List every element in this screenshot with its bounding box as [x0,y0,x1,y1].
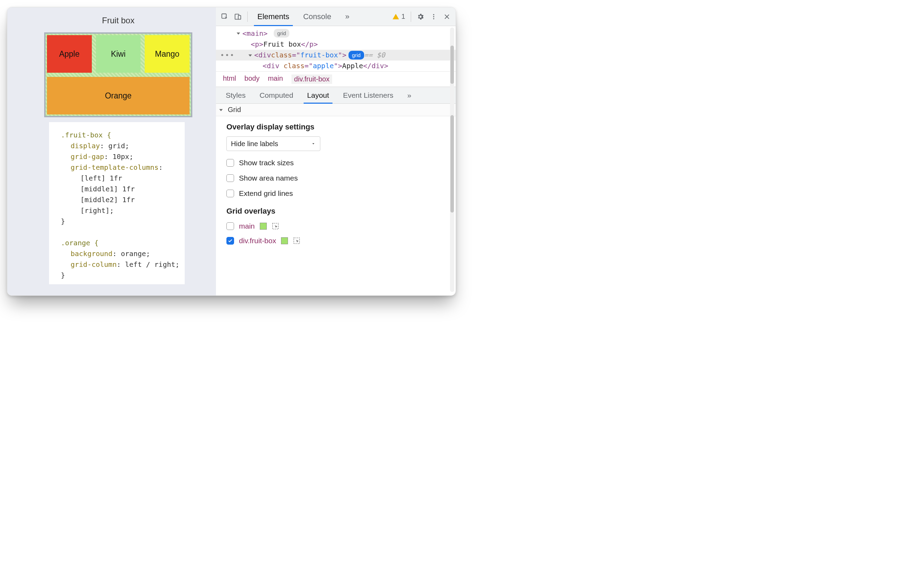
checkbox-extend-lines[interactable]: Extend grid lines [226,189,445,198]
caret-icon[interactable] [237,33,240,35]
tabs-overflow[interactable]: » [339,7,355,26]
caret-icon[interactable] [219,109,223,111]
scroll-thumb[interactable] [451,115,454,212]
chevron-down-icon [311,141,316,146]
fruit-box[interactable]: Apple Kiwi Mango Orange [44,32,192,117]
tab-console[interactable]: Console [297,7,338,26]
css-value: : 10px; [104,152,133,161]
breadcrumb-item[interactable]: div.fruit-box [291,74,332,84]
css-brace: } [61,217,65,225]
scrollbar[interactable] [450,115,454,292]
css-brace: } [61,271,65,279]
section-title: Grid [228,106,241,114]
grid-overlay-row[interactable]: main [226,222,445,230]
tab-event-listeners[interactable]: Event Listeners [336,87,400,103]
dom-attr-value: fruit-box [300,50,338,60]
dom-node-p[interactable]: <p>Fruit box</p> [216,39,456,50]
dom-text: Apple [342,62,363,70]
css-selector: .fruit-box { [61,131,111,139]
svg-point-3 [433,14,434,15]
css-prop: background [71,249,112,258]
css-value: : grid; [100,142,129,150]
devtools-toolbar: Elements Console » 1 [216,7,456,26]
grid-overlay-row[interactable]: div.fruit-box [226,237,445,245]
rendered-page-pane: Fruit box Apple Kiwi Mango Orange .fruit… [7,7,216,296]
page-title: Fruit box [38,15,198,25]
warnings-badge[interactable]: 1 [392,12,405,20]
cell-mango[interactable]: Mango [145,35,189,73]
highlight-icon[interactable] [293,237,300,245]
highlight-icon[interactable] [272,222,279,230]
dom-attr: class [283,62,304,70]
dom-attr: class [271,50,292,60]
checkbox-icon[interactable] [226,174,234,182]
css-value: [middle2] 1fr [61,194,181,205]
close-icon[interactable] [441,11,453,23]
tab-layout[interactable]: Layout [300,87,336,103]
checkbox-icon[interactable] [226,159,234,167]
checkbox-track-sizes[interactable]: Show track sizes [226,159,445,167]
line-labels-select[interactable]: Hide line labels [226,136,320,151]
checkbox-icon[interactable] [226,222,234,230]
css-prop: grid-gap [71,152,104,161]
css-selector: .orange { [61,239,98,247]
svg-rect-2 [238,15,241,19]
kebab-icon[interactable] [428,11,440,23]
css-value: : orange; [112,249,150,258]
css-code-block: .fruit-box { display: grid; grid-gap: 10… [49,122,185,284]
color-swatch[interactable] [260,223,267,229]
ellipsis-icon[interactable]: ••• [220,50,235,60]
overlay-name: div.fruit-box [239,237,276,245]
overlay-name: main [239,222,255,230]
layout-panel: Overlay display settings Hide line label… [216,116,456,296]
grid-overlays-title: Grid overlays [226,207,445,216]
breadcrumb-item[interactable]: main [268,74,283,84]
css-prop: grid-column [71,260,117,269]
checkbox-icon[interactable] [226,237,234,245]
devtools-pane: Elements Console » 1 <main> grid [216,7,456,296]
scroll-thumb[interactable] [451,46,454,84]
svg-point-4 [433,16,434,17]
css-value: : left / right; [117,260,180,269]
gear-icon[interactable] [415,11,426,23]
checkbox-icon[interactable] [226,189,234,197]
css-value: [middle1] 1fr [61,184,181,194]
dom-tree[interactable]: <main> grid <p>Fruit box</p> ••• <div cl… [216,26,456,71]
breadcrumb-item[interactable]: body [244,74,260,84]
window: Fruit box Apple Kiwi Mango Orange .fruit… [7,7,456,296]
warning-count: 1 [401,12,405,20]
breadcrumb-item[interactable]: html [223,74,236,84]
checkbox-label: Show area names [239,174,298,182]
subtabs-overflow[interactable]: » [400,87,418,103]
checkbox-area-names[interactable]: Show area names [226,174,445,182]
css-value: [right]; [61,205,181,216]
tab-styles[interactable]: Styles [219,87,252,103]
overlay-settings-title: Overlay display settings [226,123,445,131]
caret-icon[interactable] [248,54,252,56]
checkbox-label: Show track sizes [239,159,294,167]
section-grid-header[interactable]: Grid [216,104,456,116]
checkbox-label: Extend grid lines [239,189,293,198]
dom-attr-value: apple [313,62,334,70]
select-value: Hide line labels [231,140,278,148]
separator [411,11,411,22]
color-swatch[interactable] [281,237,288,244]
styles-tabs: Styles Computed Layout Event Listeners » [216,87,456,104]
dom-node-apple[interactable]: <div class="apple">Apple</div> [216,60,456,71]
css-value: [left] 1fr [61,173,181,184]
inspect-icon[interactable] [219,11,231,23]
grid-badge[interactable]: grid [274,29,289,38]
separator [247,11,248,22]
breadcrumb[interactable]: html body main div.fruit-box [216,71,456,87]
tab-elements[interactable]: Elements [251,7,296,26]
dom-node-fruit-box[interactable]: ••• <div class="fruit-box"> grid == $0 [216,50,456,60]
cell-orange[interactable]: Orange [47,77,189,114]
dom-node-main[interactable]: <main> grid [216,28,456,39]
cell-apple[interactable]: Apple [47,35,92,73]
device-toggle-icon[interactable] [232,11,244,23]
cell-kiwi[interactable]: Kiwi [96,35,141,73]
grid-badge[interactable]: grid [349,51,364,60]
svg-point-5 [433,18,434,19]
tab-computed[interactable]: Computed [252,87,300,103]
css-prop: display [71,142,100,150]
